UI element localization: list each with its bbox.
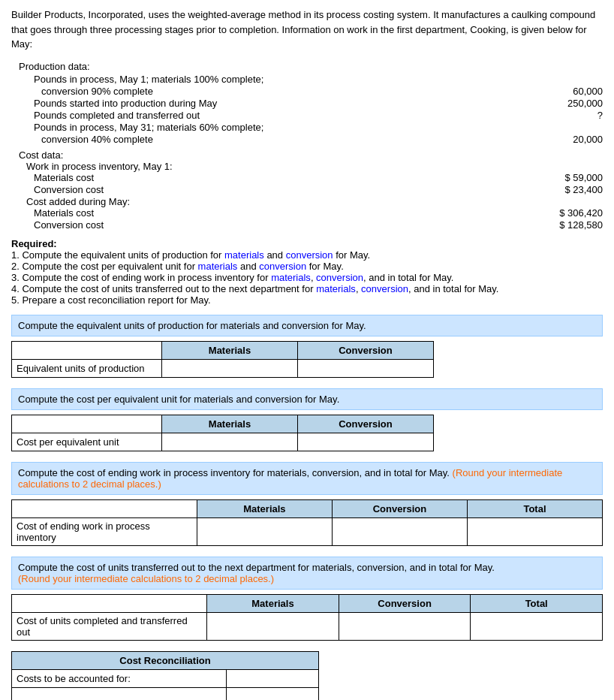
cost-data-title: Cost data: [19, 149, 603, 161]
req-3: 3. Compute the cost of ending work in pr… [11, 272, 453, 283]
section3-row-label: Cost of ending work in process inventory [12, 517, 197, 545]
production-data-title: Production data: [19, 61, 603, 72]
wip-conversion-row: Conversion cost $ 23,400 [34, 184, 603, 195]
section1-table: Materials Conversion Equivalent units of… [11, 341, 434, 378]
section3-materials-input-cell[interactable] [197, 517, 332, 545]
section2-materials-input-cell[interactable] [162, 433, 298, 451]
cost-reconciliation-title: Cost Reconciliation [12, 651, 319, 669]
section3-conversion-input[interactable] [337, 526, 462, 537]
section2-block: Compute the cost per equivalent unit for… [11, 388, 603, 451]
section4-block: Compute the cost of units transferred ou… [11, 557, 603, 641]
section1-conversion-input-cell[interactable] [298, 359, 434, 377]
section1-materials-input-cell[interactable] [162, 359, 298, 377]
section3-table: Materials Conversion Total Cost of endin… [11, 499, 603, 546]
section2-conversion-header: Conversion [298, 415, 434, 433]
section4-row-label: Cost of units completed and transferred … [12, 612, 207, 640]
section4-conversion-input-cell[interactable] [339, 612, 471, 640]
section3-total-input-cell[interactable] [467, 517, 602, 545]
required-title: Required: [11, 238, 57, 249]
section4-conversion-input[interactable] [344, 620, 466, 632]
section2-table-container: Materials Conversion Cost per equivalent… [11, 415, 603, 451]
prod-row-2: conversion 90% complete 60,000 [41, 86, 603, 97]
cost-reconciliation-table: Cost Reconciliation Costs to be accounte… [11, 651, 319, 701]
section4-header: Compute the cost of units transferred ou… [11, 557, 603, 590]
required-section: Required: 1. Compute the equivalent unit… [11, 238, 603, 306]
section4-total-input[interactable] [475, 620, 597, 632]
req-4: 4. Compute the cost of units transferred… [11, 283, 498, 294]
section1-conversion-header: Conversion [298, 341, 434, 359]
prod-row-4: Pounds completed and transferred out ? [34, 110, 603, 121]
section3-conversion-input-cell[interactable] [332, 517, 467, 545]
costs-to-account-for-input[interactable] [231, 673, 314, 684]
section3-conversion-header: Conversion [332, 499, 467, 517]
section4-conversion-header: Conversion [339, 594, 471, 612]
section1-materials-input[interactable] [167, 363, 293, 374]
section4-materials-input[interactable] [212, 620, 334, 632]
blank-row-1-label [12, 687, 227, 700]
section1-header: Compute the equivalent units of producti… [11, 315, 603, 336]
section1-row-label: Equivalent units of production [12, 359, 162, 377]
prod-row-5: Pounds in process, May 31; materials 60%… [34, 122, 603, 133]
intro-text: Builder Products, Incorporated, uses the… [11, 8, 603, 52]
req-1: 1. Compute the equivalent units of produ… [11, 249, 370, 261]
section1-materials-header: Materials [162, 341, 298, 359]
section4-materials-input-cell[interactable] [207, 612, 339, 640]
section4-table: Materials Conversion Total Cost of units… [11, 594, 603, 641]
section1-table-container: Materials Conversion Equivalent units of… [11, 341, 603, 378]
prod-row-6: conversion 40% complete 20,000 [41, 134, 603, 145]
section3-total-header: Total [467, 499, 602, 517]
section3-header: Compute the cost of ending work in proce… [11, 462, 603, 495]
wip-title: Work in process inventory, May 1: [26, 161, 603, 172]
blank-row-1-input-cell[interactable] [227, 687, 319, 700]
section4-total-input-cell[interactable] [471, 612, 603, 640]
section2-conversion-input-cell[interactable] [298, 433, 434, 451]
section1-block: Compute the equivalent units of producti… [11, 315, 603, 378]
section3-materials-input[interactable] [202, 526, 327, 537]
section5-block: Cost Reconciliation Costs to be accounte… [11, 651, 603, 701]
added-title: Cost added during May: [26, 196, 603, 207]
section3-block: Compute the cost of ending work in proce… [11, 462, 603, 546]
costs-to-account-for-input-cell[interactable] [227, 669, 319, 687]
section4-note: (Round your intermediate calculations to… [18, 573, 274, 584]
added-conversion-row: Conversion cost $ 128,580 [34, 219, 603, 231]
production-data-section: Production data: Pounds in process, May … [19, 61, 603, 231]
section3-table-container: Materials Conversion Total Cost of endin… [11, 499, 603, 546]
section2-table: Materials Conversion Cost per equivalent… [11, 415, 434, 451]
section2-materials-header: Materials [162, 415, 298, 433]
section4-table-container: Materials Conversion Total Cost of units… [11, 594, 603, 641]
section4-total-header: Total [471, 594, 603, 612]
prod-row-3: Pounds started into production during Ma… [34, 98, 603, 109]
req-5: 5. Prepare a cost reconciliation report … [11, 294, 211, 306]
section3-materials-header: Materials [197, 499, 332, 517]
section3-total-input[interactable] [472, 526, 597, 537]
blank-row-1-input[interactable] [231, 691, 314, 701]
costs-to-account-for-label: Costs to be accounted for: [12, 669, 227, 687]
section2-row-label: Cost per equivalent unit [12, 433, 162, 451]
section4-materials-header: Materials [207, 594, 339, 612]
section2-conversion-input[interactable] [302, 436, 429, 448]
section2-header: Compute the cost per equivalent unit for… [11, 388, 603, 410]
added-materials-row: Materials cost $ 306,420 [34, 207, 603, 219]
req-2: 2. Compute the cost per equivalent unit … [11, 261, 344, 272]
prod-row-1: Pounds in process, May 1; materials 100%… [34, 74, 603, 85]
section2-materials-input[interactable] [167, 436, 293, 448]
wip-materials-row: Materials cost $ 59,000 [34, 172, 603, 183]
section1-conversion-input[interactable] [302, 363, 429, 374]
